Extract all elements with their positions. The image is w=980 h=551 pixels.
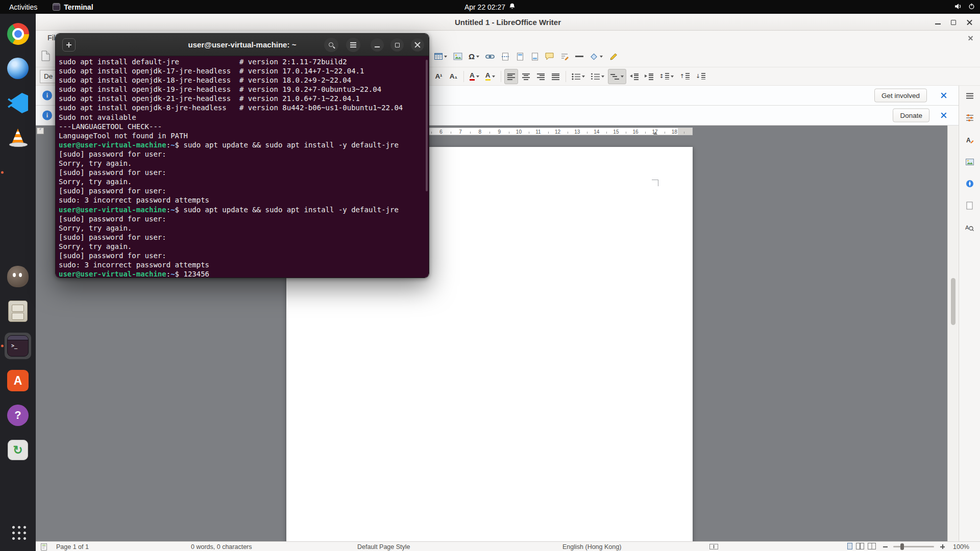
dock-item-ubuntu-software[interactable]: A [5,367,31,394]
align-left-button[interactable] [504,69,518,84]
selection-mode-icon[interactable] [709,542,718,551]
scrollbar-thumb[interactable] [951,278,955,325]
para-space-decrease-button[interactable]: ↓ [693,69,708,84]
numbered-list-button[interactable] [589,69,607,84]
dock-item-libreoffice-calc[interactable] [5,194,31,220]
paragraph-style-combobox[interactable]: De [40,70,55,83]
sidebar-tab-sidebar-menu[interactable] [963,90,976,102]
insert-hyperlink-button[interactable] [483,49,497,64]
terminal-line: Sorry, try again. [59,177,426,186]
page-style-status[interactable]: Default Page Style [357,542,410,551]
superscript-button[interactable]: A¹ [432,69,446,84]
dock-item-software-updater[interactable]: ↻ [5,437,31,463]
blue-sphere-app-icon [7,58,29,79]
dock-item-libreoffice-writer[interactable] [5,159,31,186]
terminal-content[interactable]: sudo apt install default-jre # version 2… [56,56,429,278]
close-document-icon[interactable] [968,35,973,41]
ruler-tab-selector[interactable]: ⌜ [37,128,44,134]
terminal-titlebar[interactable]: user@user-virtual-machine: ~ [56,34,429,56]
insert-header-button[interactable] [513,49,527,64]
get-involved-button[interactable]: Get involved [874,89,927,103]
terminal-window[interactable]: user@user-virtual-machine: ~ sudo apt in… [55,33,429,278]
dock-item-chrome-browser[interactable] [5,20,31,47]
ruler-tick [665,132,665,134]
insert-footer-button[interactable] [528,49,542,64]
minimize-button[interactable] [935,23,941,24]
decrease-indent-button[interactable] [627,69,641,84]
terminal-mini-icon [53,3,60,11]
highlight-color-button[interactable]: A [483,69,498,84]
page-structure-icon[interactable] [41,542,47,551]
close-button[interactable] [966,19,973,26]
insert-page-break-button[interactable] [498,49,512,64]
zoom-slider-thumb[interactable] [900,543,904,550]
single-page-view-icon[interactable] [847,543,852,551]
dock-item-vlc-player[interactable] [5,124,31,151]
increase-indent-button[interactable] [642,69,656,84]
line-spacing-button[interactable]: ↕ [657,69,676,84]
dock-item-terminal[interactable] [5,333,31,359]
zoom-slider[interactable] [893,542,934,551]
maximize-button[interactable] [951,20,956,25]
align-center-button[interactable] [519,69,533,84]
outline-list-button[interactable] [608,69,626,84]
word-count-status[interactable]: 0 words, 0 characters [191,542,252,551]
subscript-button[interactable]: A₁ [447,69,460,84]
track-changes-button[interactable] [557,49,571,64]
menu-button[interactable] [346,38,360,52]
basic-shapes-button[interactable] [587,49,605,64]
dock-item-help[interactable]: ? [5,402,31,429]
book-view-icon[interactable] [868,543,876,551]
dock-item-libreoffice-impress[interactable] [5,229,31,255]
ruler-number: 14 [594,129,599,135]
zoom-level[interactable]: 100% [953,542,969,551]
insert-special-character-button[interactable]: Ω [466,49,482,64]
donate-button[interactable]: Donate [893,109,929,122]
vertical-scrollbar[interactable] [947,126,958,541]
system-tray[interactable] [954,0,975,14]
writer-titlebar[interactable]: Untitled 1 - LibreOffice Writer [36,14,980,31]
activities-button[interactable]: Activities [9,3,37,11]
draw-functions-button[interactable] [606,49,620,64]
dock-item-gimp[interactable] [5,263,31,290]
sidebar-tab-style-inspector[interactable]: A [963,221,976,234]
multi-page-view-icon[interactable] [856,543,864,551]
horizontal-line-button[interactable] [572,49,586,64]
new-tab-button[interactable] [62,38,76,52]
dock-item-files[interactable] [5,298,31,324]
dock: A?↻ [0,14,36,551]
terminal-maximize-button[interactable] [390,38,404,52]
sidebar-tab-properties[interactable] [963,112,976,124]
terminal-close-button[interactable] [411,38,424,52]
font-color-button[interactable]: A [467,69,482,84]
sidebar-tab-styles[interactable]: A [963,134,976,146]
align-right-button[interactable] [534,69,548,84]
infobar-close-icon[interactable] [940,92,947,99]
search-button[interactable] [324,38,338,52]
focused-app-menu[interactable]: Terminal [53,3,93,11]
clock-menu[interactable]: Apr 22 02:27 [464,0,516,14]
language-status[interactable]: English (Hong Kong) [562,542,621,551]
dock-item-vscode[interactable] [5,90,31,116]
bullet-list-button[interactable] [569,69,587,84]
zoom-out-icon[interactable] [883,542,888,551]
insert-comment-button[interactable] [543,49,556,64]
justify-button[interactable] [549,69,562,84]
sidebar-tab-navigator[interactable] [963,178,976,190]
sidebar-tab-page[interactable] [963,199,976,212]
para-space-increase-button[interactable]: ↑ [677,69,692,84]
ruler-tick [470,132,471,134]
dock-item-show-applications[interactable] [5,518,31,545]
terminal-minimize-button[interactable] [371,38,384,52]
infobar-close-icon[interactable] [940,112,947,119]
zoom-in-icon[interactable] [940,542,945,551]
new-document-icon[interactable] [41,51,50,63]
terminal-scrollbar[interactable] [426,60,428,191]
search-icon [329,42,333,47]
insert-table-button[interactable] [432,49,450,64]
page-number-status[interactable]: Page 1 of 1 [56,542,89,551]
svg-text:A: A [965,224,969,231]
sidebar-tab-gallery[interactable] [963,156,976,168]
insert-image-button[interactable] [451,49,465,64]
dock-item-blue-sphere-app[interactable] [5,55,31,82]
